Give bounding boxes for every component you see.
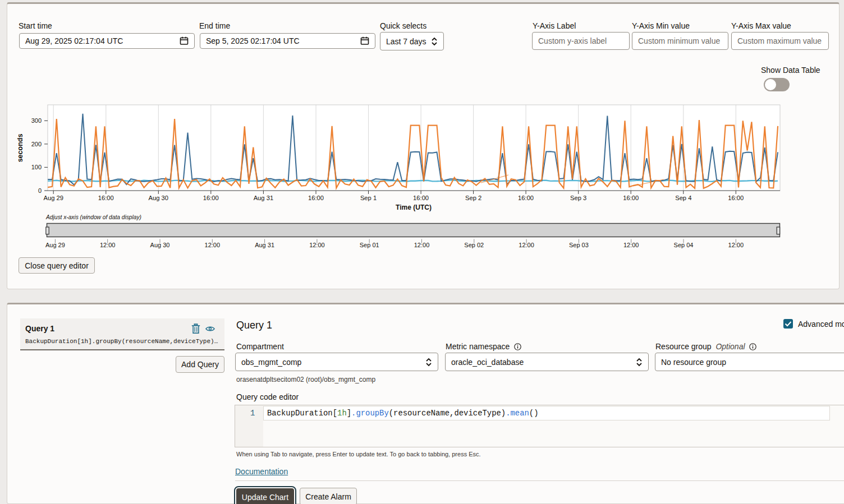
svg-text:16:00: 16:00 <box>308 195 324 201</box>
svg-text:12:00: 12:00 <box>623 242 639 248</box>
svg-text:16:00: 16:00 <box>518 195 534 201</box>
svg-text:Time (UTC): Time (UTC) <box>396 204 432 211</box>
svg-text:12:00: 12:00 <box>728 242 744 248</box>
svg-text:Aug 30: Aug 30 <box>150 242 170 248</box>
svg-text:seconds: seconds <box>16 134 24 163</box>
svg-text:Sep 1: Sep 1 <box>360 195 377 201</box>
svg-text:16:00: 16:00 <box>98 195 114 201</box>
svg-text:12:00: 12:00 <box>519 242 534 248</box>
svg-text:12:00: 12:00 <box>205 242 221 248</box>
svg-text:0: 0 <box>38 187 42 194</box>
svg-text:Sep 3: Sep 3 <box>570 195 586 201</box>
svg-text:Adjust x-axis (window of data: Adjust x-axis (window of data display) <box>45 214 141 220</box>
svg-text:Sep 03: Sep 03 <box>569 242 589 248</box>
svg-text:Sep 2: Sep 2 <box>465 195 481 201</box>
svg-text:12:00: 12:00 <box>414 242 430 248</box>
svg-text:16:00: 16:00 <box>203 195 219 201</box>
svg-text:Sep 02: Sep 02 <box>464 242 484 248</box>
svg-text:Aug 29: Aug 29 <box>43 195 63 201</box>
svg-text:12:00: 12:00 <box>100 242 116 248</box>
svg-text:16:00: 16:00 <box>413 195 429 201</box>
svg-text:Aug 29: Aug 29 <box>45 242 65 248</box>
svg-text:Aug 30: Aug 30 <box>149 195 168 201</box>
svg-text:200: 200 <box>31 141 42 147</box>
svg-text:Sep 04: Sep 04 <box>674 242 694 248</box>
svg-text:Aug 31: Aug 31 <box>255 242 274 248</box>
svg-text:100: 100 <box>31 164 42 170</box>
svg-text:12:00: 12:00 <box>309 242 325 248</box>
svg-text:Sep 4: Sep 4 <box>675 195 691 201</box>
svg-text:16:00: 16:00 <box>728 195 744 201</box>
svg-text:300: 300 <box>31 117 42 124</box>
svg-text:16:00: 16:00 <box>623 195 639 201</box>
svg-text:Sep 01: Sep 01 <box>360 242 379 248</box>
svg-text:Aug 31: Aug 31 <box>254 195 273 201</box>
